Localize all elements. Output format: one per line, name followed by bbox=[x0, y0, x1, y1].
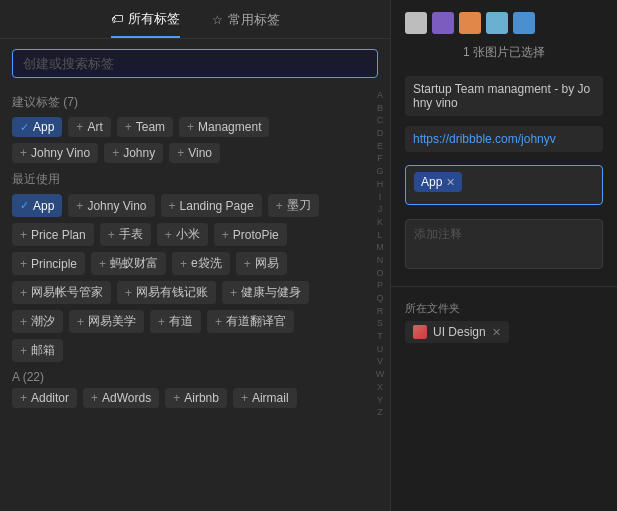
tag-johny[interactable]: + Johny bbox=[104, 143, 163, 163]
alpha-tags-row: + Additor + AdWords + Airbnb + Airmail bbox=[12, 388, 390, 408]
image-url[interactable]: https://dribbble.com/johnyv bbox=[405, 126, 603, 152]
plus-icon: + bbox=[112, 146, 119, 160]
plus-icon: + bbox=[91, 391, 98, 405]
applied-tag-label: App bbox=[421, 175, 442, 189]
plus-icon: + bbox=[180, 257, 187, 271]
tag-team[interactable]: + Team bbox=[117, 117, 173, 137]
tag-edaxi[interactable]: + e袋洗 bbox=[172, 252, 230, 275]
plus-icon: + bbox=[244, 257, 251, 271]
plus-icon: + bbox=[177, 146, 184, 160]
tag-watch[interactable]: + 手表 bbox=[100, 223, 151, 246]
tag-johny-vino-recent[interactable]: + Johny Vino bbox=[68, 194, 154, 217]
suggested-title: 建议标签 (7) bbox=[12, 94, 390, 111]
recent-title: 最近使用 bbox=[12, 171, 390, 188]
tag-xiaomi[interactable]: + 小米 bbox=[157, 223, 208, 246]
tag-wy-money[interactable]: + 网易有钱记账 bbox=[117, 281, 216, 304]
note-input[interactable] bbox=[405, 219, 603, 269]
plus-icon: + bbox=[20, 391, 27, 405]
tag-mailbox[interactable]: + 邮箱 bbox=[12, 339, 63, 362]
swatch-gray[interactable] bbox=[405, 12, 427, 34]
tag-johny-vino[interactable]: + Johny Vino bbox=[12, 143, 98, 163]
plus-icon: + bbox=[125, 120, 132, 134]
plus-icon: + bbox=[165, 228, 172, 242]
plus-icon: + bbox=[77, 315, 84, 329]
plus-icon: + bbox=[76, 199, 83, 213]
tag-managment[interactable]: + Managment bbox=[179, 117, 269, 137]
swatch-lightblue[interactable] bbox=[486, 12, 508, 34]
tab-common-tags[interactable]: ☆ 常用标签 bbox=[212, 11, 280, 37]
color-swatches bbox=[391, 0, 617, 44]
tab-all-tags[interactable]: 🏷 所有标签 bbox=[111, 10, 180, 38]
recent-row3: + Principle + 蚂蚁财富 + e袋洗 + 网易 bbox=[12, 252, 390, 275]
remove-folder-icon[interactable]: ✕ bbox=[492, 326, 501, 339]
recent-row6: + 邮箱 bbox=[12, 339, 390, 362]
recent-row4: + 网易帐号管家 + 网易有钱记账 + 健康与健身 bbox=[12, 281, 390, 304]
selected-count: 1 张图片已选择 bbox=[391, 44, 617, 71]
tag-wy-account[interactable]: + 网易帐号管家 bbox=[12, 281, 111, 304]
plus-icon: + bbox=[169, 199, 176, 213]
swatch-purple[interactable] bbox=[432, 12, 454, 34]
suggested-tags-row2: + Johny Vino + Johny + Vino bbox=[12, 143, 390, 163]
check-icon: ✓ bbox=[20, 121, 29, 134]
tag-principle[interactable]: + Principle bbox=[12, 252, 85, 275]
alphabet-sidebar[interactable]: A B C D E F G H I J K L M N O P Q R S T … bbox=[372, 86, 388, 511]
tab-all-label: 所有标签 bbox=[128, 10, 180, 28]
plus-icon: + bbox=[99, 257, 106, 271]
tag-art[interactable]: + Art bbox=[68, 117, 110, 137]
tag-vino[interactable]: + Vino bbox=[169, 143, 220, 163]
plus-icon: + bbox=[20, 344, 27, 358]
tag-youdao[interactable]: + 有道 bbox=[150, 310, 201, 333]
applied-tag-app[interactable]: App ✕ bbox=[414, 172, 462, 192]
tag-health[interactable]: + 健康与健身 bbox=[222, 281, 309, 304]
recent-row5: + 潮汐 + 网易美学 + 有道 + 有道翻译官 bbox=[12, 310, 390, 333]
url-field: https://dribbble.com/johnyv bbox=[391, 121, 617, 157]
tag-airbnb[interactable]: + Airbnb bbox=[165, 388, 227, 408]
plus-icon: + bbox=[76, 120, 83, 134]
image-title: Startup Team managment - by Johny vino bbox=[405, 76, 603, 116]
swatch-orange[interactable] bbox=[459, 12, 481, 34]
alpha-section-title: A (22) bbox=[12, 370, 390, 384]
tag-airmail[interactable]: + Airmail bbox=[233, 388, 297, 408]
remove-tag-icon[interactable]: ✕ bbox=[446, 176, 455, 189]
tag-youdao-translate[interactable]: + 有道翻译官 bbox=[207, 310, 294, 333]
folder-chip[interactable]: UI Design ✕ bbox=[405, 321, 509, 343]
tag-wy-meixue[interactable]: + 网易美学 bbox=[69, 310, 144, 333]
plus-icon: + bbox=[20, 286, 27, 300]
right-panel: 1 张图片已选择 Startup Team managment - by Joh… bbox=[390, 0, 617, 511]
tab-common-label: 常用标签 bbox=[228, 11, 280, 29]
tag-adwords[interactable]: + AdWords bbox=[83, 388, 159, 408]
star-icon: ☆ bbox=[212, 13, 223, 27]
tag-landing-page[interactable]: + Landing Page bbox=[161, 194, 262, 217]
plus-icon: + bbox=[20, 228, 27, 242]
recent-row1: ✓ App + Johny Vino + Landing Page + 墨刀 bbox=[12, 194, 390, 217]
tag-ant-finance[interactable]: + 蚂蚁财富 bbox=[91, 252, 166, 275]
title-field: Startup Team managment - by Johny vino bbox=[391, 71, 617, 121]
plus-icon: + bbox=[187, 120, 194, 134]
search-area bbox=[0, 39, 390, 86]
swatch-blue[interactable] bbox=[513, 12, 535, 34]
note-area bbox=[405, 219, 603, 272]
tag-app-recent[interactable]: ✓ App bbox=[12, 194, 62, 217]
tag-app-suggested[interactable]: ✓ App bbox=[12, 117, 62, 137]
plus-icon: + bbox=[241, 391, 248, 405]
plus-icon: + bbox=[222, 228, 229, 242]
plus-icon: + bbox=[230, 286, 237, 300]
folder-section: 所在文件夹 UI Design ✕ bbox=[405, 301, 603, 343]
plus-icon: + bbox=[173, 391, 180, 405]
check-icon: ✓ bbox=[20, 199, 29, 212]
tag-modao[interactable]: + 墨刀 bbox=[268, 194, 319, 217]
plus-icon: + bbox=[20, 257, 27, 271]
plus-icon: + bbox=[276, 199, 283, 213]
tag-additor[interactable]: + Additor bbox=[12, 388, 77, 408]
tag-chaoxi[interactable]: + 潮汐 bbox=[12, 310, 63, 333]
plus-icon: + bbox=[108, 228, 115, 242]
plus-icon: + bbox=[20, 315, 27, 329]
applied-tags-box[interactable]: App ✕ bbox=[405, 165, 603, 205]
plus-icon: + bbox=[215, 315, 222, 329]
left-panel: 🏷 所有标签 ☆ 常用标签 建议标签 (7) ✓ App + Art + Tea… bbox=[0, 0, 390, 511]
tag-price-plan[interactable]: + Price Plan bbox=[12, 223, 94, 246]
tag-protopie[interactable]: + ProtoPie bbox=[214, 223, 287, 246]
folder-name: UI Design bbox=[433, 325, 486, 339]
search-input[interactable] bbox=[12, 49, 378, 78]
tag-wangyi[interactable]: + 网易 bbox=[236, 252, 287, 275]
